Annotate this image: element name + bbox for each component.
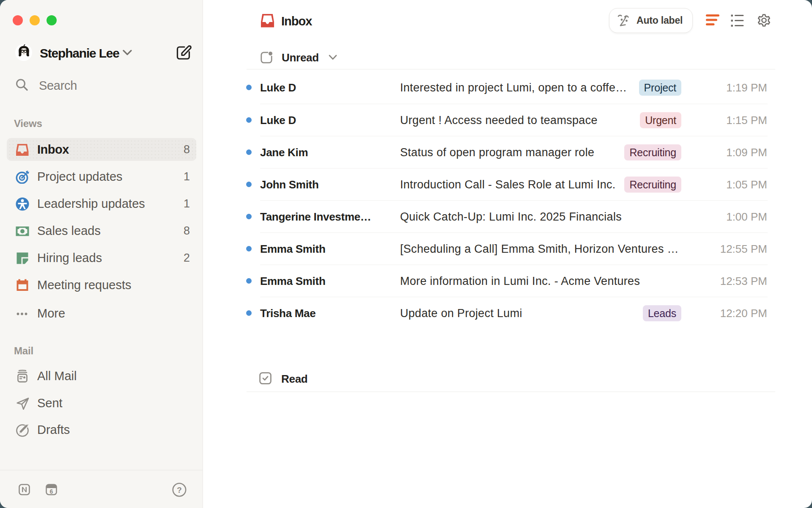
svg-text:6: 6 xyxy=(50,488,53,495)
svg-text:?: ? xyxy=(177,486,182,494)
